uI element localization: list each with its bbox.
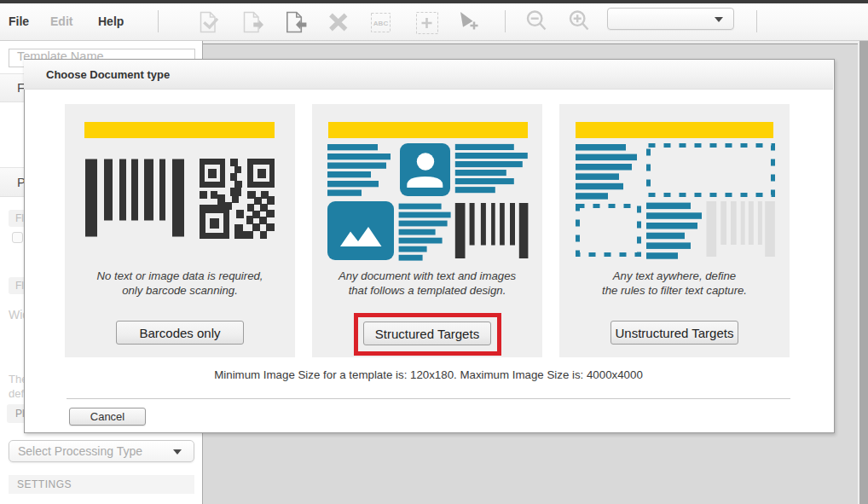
svg-text:ABC: ABC (373, 20, 389, 27)
